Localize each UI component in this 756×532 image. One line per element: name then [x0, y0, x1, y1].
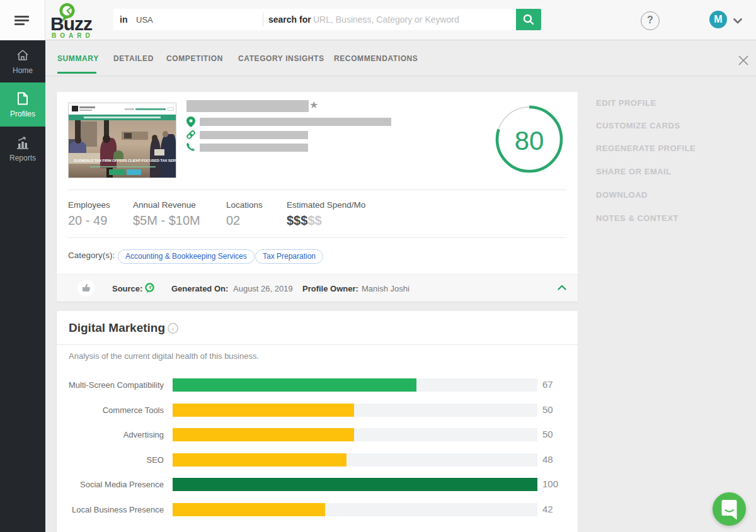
svg-text:i: i [172, 325, 174, 332]
